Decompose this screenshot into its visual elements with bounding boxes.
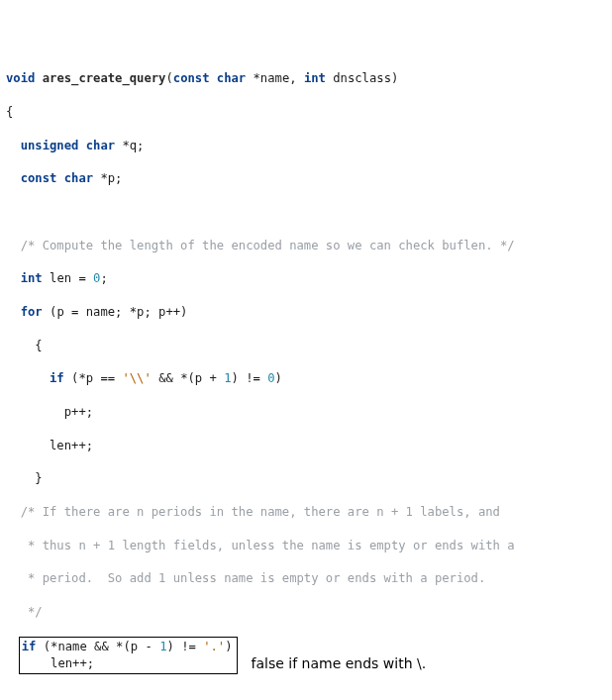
highlight-box-1: if (*name && *(p - 1) != '.') len++; bbox=[19, 637, 238, 674]
comment-line: /* Compute the length of the encoded nam… bbox=[6, 238, 606, 254]
code-line: int len = 0; bbox=[6, 270, 606, 287]
boxed-line-1: if (*name && *(p - 1) != '.') len++;fals… bbox=[6, 637, 606, 674]
code-line: p++; bbox=[6, 404, 606, 421]
code-line: { bbox=[6, 104, 606, 121]
blank-line bbox=[6, 204, 606, 221]
code-line: unsigned char *q; bbox=[6, 138, 606, 154]
code-line: { bbox=[6, 338, 606, 354]
comment-line: * period. So add 1 unless name is empty … bbox=[6, 570, 606, 587]
code-line: const char *p; bbox=[6, 170, 606, 187]
code-line: if (*p == '\\' && *(p + 1) != 0) bbox=[6, 370, 606, 387]
code-line: } bbox=[6, 470, 606, 487]
annotation-1: false if name ends with \. bbox=[252, 654, 427, 673]
code-line: void ares_create_query(const char *name,… bbox=[6, 70, 606, 87]
blank-line bbox=[6, 691, 606, 700]
comment-line: * thus n + 1 length fields, unless the n… bbox=[6, 538, 606, 554]
code-line: for (p = name; *p; p++) bbox=[6, 304, 606, 321]
comment-line: /* If there are n periods in the name, t… bbox=[6, 504, 606, 521]
code-line: len++; bbox=[6, 438, 606, 454]
comment-line: */ bbox=[6, 604, 606, 621]
